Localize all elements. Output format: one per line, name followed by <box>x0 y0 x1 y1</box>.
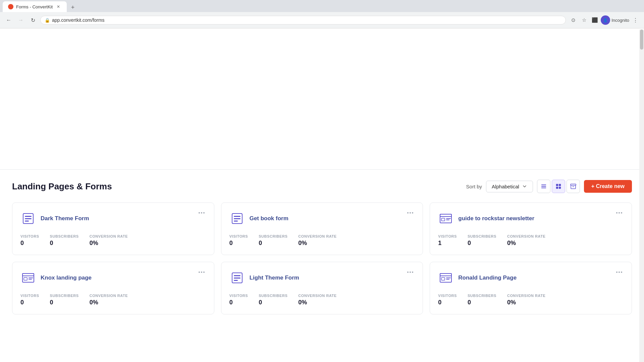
create-new-button[interactable]: + Create new <box>584 180 632 193</box>
more-options-button[interactable] <box>197 270 206 274</box>
card-title-area: Dark Theme Form <box>20 211 89 226</box>
card-stats: VISITORS 0 SUBSCRIBERS 0 CONVERSION RATE… <box>438 294 624 306</box>
more-options-button[interactable] <box>197 211 206 215</box>
profile-button[interactable]: 👤 <box>601 15 610 25</box>
visitors-label: VISITORS <box>438 234 457 238</box>
browser-chrome: Forms - ConvertKit ✕ + ← → ↻ 🔒 app.conve… <box>0 0 644 28</box>
subscribers-value: 0 <box>468 299 496 306</box>
conversion-value: 0% <box>507 240 545 247</box>
svg-rect-19 <box>446 218 451 219</box>
card-stats: VISITORS 0 SUBSCRIBERS 0 CONVERSION RATE… <box>229 294 415 306</box>
subscribers-label: SUBSCRIBERS <box>468 234 496 238</box>
svg-rect-15 <box>234 221 238 222</box>
tab-close-button[interactable]: ✕ <box>55 4 61 10</box>
list-view-button[interactable] <box>537 180 550 193</box>
active-tab[interactable]: Forms - ConvertKit ✕ <box>3 1 67 12</box>
grid-view-icon <box>555 183 561 189</box>
more-options-button[interactable] <box>406 270 415 274</box>
more-dot <box>621 272 622 273</box>
more-dot <box>616 272 618 273</box>
visitors-stat: VISITORS 0 <box>229 234 248 247</box>
svg-rect-28 <box>234 278 240 279</box>
svg-rect-29 <box>234 280 238 281</box>
subscribers-value: 0 <box>50 240 79 247</box>
svg-rect-34 <box>446 279 449 280</box>
more-dot <box>203 272 205 273</box>
conversion-label: CONVERSION RATE <box>298 294 336 298</box>
card-header: guide to rockstar newsletter <box>438 211 624 226</box>
form-card: Light Theme Form VISITORS 0 SUBSCRIBERS … <box>221 262 423 314</box>
subscribers-label: SUBSCRIBERS <box>259 294 287 298</box>
form-icon-container <box>438 270 453 286</box>
conversion-value: 0% <box>507 299 545 306</box>
svg-rect-18 <box>441 218 445 221</box>
card-stats: VISITORS 1 SUBSCRIBERS 0 CONVERSION RATE… <box>438 234 624 247</box>
more-dot <box>619 272 620 273</box>
form-icon-container <box>20 270 36 286</box>
more-dot <box>407 272 409 273</box>
card-header: Knox landing page <box>20 270 206 286</box>
reload-button[interactable]: ↻ <box>28 15 38 25</box>
scrollbar[interactable] <box>639 29 644 361</box>
form-icon-container <box>229 211 245 226</box>
grid-view-button[interactable] <box>552 180 565 193</box>
card-title-area: Light Theme Form <box>229 270 299 286</box>
conversion-value: 0% <box>298 299 336 306</box>
subscribers-label: SUBSCRIBERS <box>50 234 79 238</box>
address-bar[interactable]: 🔒 app.convertkit.com/forms <box>40 16 566 24</box>
svg-rect-7 <box>571 184 576 185</box>
conversion-value: 0% <box>90 240 128 247</box>
view-controls <box>537 180 580 193</box>
form-card: Get book form VISITORS 0 SUBSCRIBERS 0 C… <box>221 202 423 255</box>
subscribers-label: SUBSCRIBERS <box>468 294 496 298</box>
card-header: Dark Theme Form <box>20 211 206 226</box>
extensions-button[interactable]: ⬛ <box>590 15 599 25</box>
more-dot <box>203 212 205 214</box>
forms-section: Landing Pages & Forms Sort by Alphabetic… <box>0 170 644 324</box>
subscribers-stat: SUBSCRIBERS 0 <box>259 234 287 247</box>
conversion-label: CONVERSION RATE <box>90 234 128 238</box>
new-tab-button[interactable]: + <box>68 3 77 12</box>
visitors-stat: VISITORS 1 <box>438 234 457 247</box>
more-dot <box>412 212 413 214</box>
more-options-button[interactable] <box>615 211 624 215</box>
more-dot <box>619 212 620 214</box>
svg-rect-11 <box>25 221 29 222</box>
visitors-label: VISITORS <box>229 234 248 238</box>
visitors-label: VISITORS <box>229 294 248 298</box>
subscribers-label: SUBSCRIBERS <box>259 234 287 238</box>
svg-rect-23 <box>24 278 27 280</box>
bookmark-button[interactable]: ☆ <box>579 15 589 25</box>
menu-button[interactable]: ⋮ <box>631 15 640 25</box>
more-dot <box>201 212 202 214</box>
sort-dropdown[interactable]: Alphabetical <box>486 181 533 192</box>
forward-button[interactable]: → <box>16 15 25 25</box>
form-card: guide to rockstar newsletter VISITORS 1 … <box>430 202 632 255</box>
conversion-value: 0% <box>298 240 336 247</box>
more-options-button[interactable] <box>406 211 415 215</box>
subscribers-value: 0 <box>468 240 496 247</box>
scrollbar-thumb[interactable] <box>640 29 643 50</box>
svg-rect-27 <box>234 275 240 276</box>
svg-rect-2 <box>541 188 546 188</box>
conversion-label: CONVERSION RATE <box>507 294 545 298</box>
chevron-down-icon <box>522 184 527 189</box>
visitors-stat: VISITORS 0 <box>20 234 39 247</box>
conversion-stat: CONVERSION RATE 0% <box>90 294 128 306</box>
conversion-stat: CONVERSION RATE 0% <box>507 294 545 306</box>
back-button[interactable]: ← <box>4 15 13 25</box>
more-dot <box>621 212 622 214</box>
visitors-label: VISITORS <box>20 294 39 298</box>
cast-button[interactable]: ⊙ <box>569 15 578 25</box>
card-header: Get book form <box>229 211 415 226</box>
subscribers-stat: SUBSCRIBERS 0 <box>468 234 496 247</box>
subscribers-stat: SUBSCRIBERS 0 <box>468 294 496 306</box>
svg-rect-0 <box>541 185 546 185</box>
archive-button[interactable] <box>567 180 580 193</box>
more-options-button[interactable] <box>615 270 624 274</box>
top-area <box>0 28 644 169</box>
visitors-value: 0 <box>20 240 39 247</box>
form-name: Get book form <box>250 215 288 222</box>
svg-rect-24 <box>29 278 33 278</box>
subscribers-label: SUBSCRIBERS <box>50 294 79 298</box>
